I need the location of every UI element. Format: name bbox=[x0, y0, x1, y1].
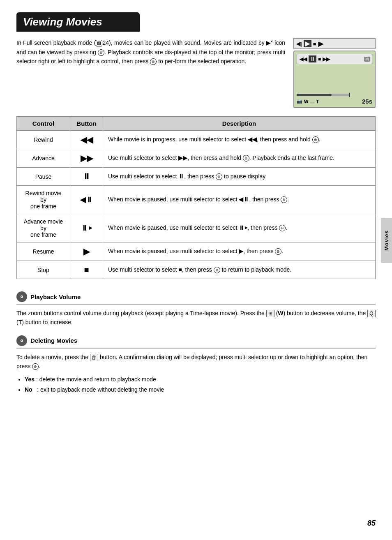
table-row: Rewind movie byone frame ◀⏸ When movie i… bbox=[17, 186, 376, 214]
controls-bar-second: ◀◀ ⏸ ■ ▶▶ IN bbox=[297, 54, 372, 64]
control-name: Rewind bbox=[17, 131, 70, 149]
side-tab-label: Movies bbox=[383, 230, 390, 251]
control-button: ■ bbox=[70, 261, 103, 279]
intro-section: In Full-screen playback mode (⊠24), movi… bbox=[16, 38, 376, 108]
playback-volume-text: The zoom buttons control volume during p… bbox=[16, 309, 376, 327]
control-name: Advance movie byone frame bbox=[17, 214, 70, 242]
bullet-no: No : exit to playback mode without delet… bbox=[25, 385, 376, 394]
control-name: Stop bbox=[17, 261, 70, 279]
side-tab: Movies bbox=[381, 218, 392, 263]
deleting-movies-header: Deleting Movies bbox=[16, 335, 376, 348]
playback-volume-header: Playback Volume bbox=[16, 291, 376, 305]
intro-text: In Full-screen playback mode (⊠24), movi… bbox=[16, 38, 285, 108]
trash-icon bbox=[18, 337, 25, 344]
svg-point-5 bbox=[21, 340, 22, 341]
page-title-bar: Viewing Movies bbox=[16, 12, 140, 32]
playback-volume-icon bbox=[16, 291, 27, 302]
col-header-button: Button bbox=[70, 117, 103, 131]
control-button: ⏸▶ bbox=[70, 214, 103, 242]
controls-bar-top: ◀| ▶ ■ |▶ bbox=[293, 38, 376, 49]
in-badge: IN bbox=[364, 57, 370, 62]
bullet-yes: Yes : delete the movie and return to pla… bbox=[25, 375, 376, 384]
control-desc: When movie is paused, use multi selector… bbox=[103, 186, 376, 214]
table-row: Resume ▶ When movie is paused, use multi… bbox=[17, 242, 376, 261]
control-name: Advance bbox=[17, 149, 70, 168]
col-header-control: Control bbox=[17, 117, 70, 131]
control-button: ◀◀ bbox=[70, 131, 103, 149]
table-row: Advance ▶▶ Use multi selector to select … bbox=[17, 149, 376, 168]
table-header-row: Control Button Description bbox=[17, 117, 376, 131]
control-desc: Use multi selector to select ⏸, then pre… bbox=[103, 168, 376, 186]
speaker-icon bbox=[18, 293, 25, 300]
camera-diagram: ◀| ▶ ■ |▶ ◀◀ ⏸ ■ ▶▶ IN bbox=[293, 38, 376, 108]
deleting-movies-bullets: Yes : delete the movie and return to pla… bbox=[25, 375, 376, 394]
control-desc: Use multi selector to select ■, then pre… bbox=[103, 261, 376, 279]
table-row: Rewind ◀◀ While movie is in progress, us… bbox=[17, 131, 376, 149]
control-button: ◀⏸ bbox=[70, 186, 103, 214]
control-desc: When movie is paused, use multi selector… bbox=[103, 214, 376, 242]
col-header-description: Description bbox=[103, 117, 376, 131]
control-desc: While movie is in progress, use multi se… bbox=[103, 131, 376, 149]
control-desc: Use multi selector to select ▶▶, then pr… bbox=[103, 149, 376, 168]
page-title: Viewing Movies bbox=[23, 16, 133, 28]
table-row: Advance movie byone frame ⏸▶ When movie … bbox=[17, 214, 376, 242]
control-table: Control Button Description Rewind ◀◀ Whi… bbox=[16, 116, 376, 279]
deleting-movies-text: To delete a movie, press the 🗑 button. A… bbox=[16, 353, 376, 371]
table-row: Stop ■ Use multi selector to select ■, t… bbox=[17, 261, 376, 279]
control-button: ▶ bbox=[70, 242, 103, 261]
control-desc: When movie is paused, use multi selector… bbox=[103, 242, 376, 261]
camera-lcd: ◀◀ ⏸ ■ ▶▶ IN 📷 W — T bbox=[293, 51, 376, 108]
deleting-movies-icon bbox=[16, 335, 27, 346]
svg-point-2 bbox=[21, 296, 22, 297]
control-name: Resume bbox=[17, 242, 70, 261]
control-button: ⏸ bbox=[70, 168, 103, 186]
control-button: ▶▶ bbox=[70, 149, 103, 168]
control-name: Pause bbox=[17, 168, 70, 186]
control-name: Rewind movie byone frame bbox=[17, 186, 70, 214]
table-row: Pause ⏸ Use multi selector to select ⏸, … bbox=[17, 168, 376, 186]
page-number: 85 bbox=[367, 519, 376, 528]
playback-volume-title: Playback Volume bbox=[30, 293, 81, 300]
deleting-movies-title: Deleting Movies bbox=[30, 337, 77, 344]
